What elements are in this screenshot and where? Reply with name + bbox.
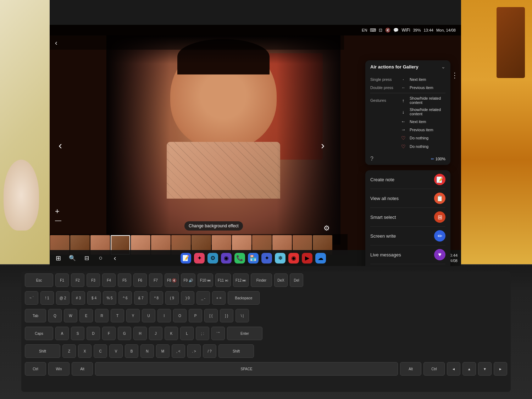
key-left[interactable]: ◄ xyxy=(447,362,460,376)
spen-live-messages-row[interactable]: Live messages ♥ xyxy=(365,245,450,264)
cloud-app-icon[interactable]: ☁ xyxy=(315,253,326,264)
key-i[interactable]: I xyxy=(157,309,171,322)
key-p[interactable]: P xyxy=(189,309,202,322)
key-5[interactable]: % 5 xyxy=(103,291,116,305)
key-7[interactable]: & 7 xyxy=(134,291,148,305)
spen-view-notes-row[interactable]: View all notes 📋 xyxy=(365,189,450,207)
spen-screen-write-row[interactable]: Screen write ✏ xyxy=(365,227,450,245)
key-b[interactable]: B xyxy=(125,344,138,358)
key-rctrl[interactable]: Ctrl xyxy=(423,362,445,376)
key-space[interactable]: SPACE xyxy=(95,362,398,376)
key-8[interactable]: * 8 xyxy=(150,291,163,305)
key-lalt[interactable]: Alt xyxy=(72,362,93,376)
key-minus[interactable]: _ - xyxy=(196,291,210,305)
key-down[interactable]: ▼ xyxy=(478,362,492,376)
help-icon-button[interactable]: ? xyxy=(370,156,373,162)
key-l[interactable]: L xyxy=(180,327,194,340)
key-0[interactable]: ) 0 xyxy=(181,291,194,305)
key-f8[interactable]: F8 🔇 xyxy=(165,273,179,287)
key-o[interactable]: O xyxy=(173,309,187,322)
key-win[interactable]: Win xyxy=(48,362,70,376)
screen-write-icon[interactable]: ✏ xyxy=(434,230,445,242)
key-ralt[interactable]: Alt xyxy=(400,362,421,376)
key-q[interactable]: Q xyxy=(48,309,62,322)
key-1[interactable]: ! 1 xyxy=(40,291,54,305)
photo-nav-left[interactable]: ‹ xyxy=(53,138,67,153)
key-dex[interactable]: DeX xyxy=(274,273,288,287)
home-button[interactable]: ○ xyxy=(96,253,106,263)
key-a[interactable]: A xyxy=(55,327,69,340)
key-9[interactable]: ( 9 xyxy=(165,291,179,305)
zoom-in-button[interactable]: + xyxy=(55,207,61,215)
settings-overlay-icon[interactable]: ⚙ xyxy=(323,224,330,232)
key-x[interactable]: X xyxy=(78,344,92,358)
back-button[interactable]: ‹ xyxy=(110,253,120,263)
key-f5[interactable]: F5 xyxy=(118,273,131,287)
key-4[interactable]: $ 4 xyxy=(87,291,101,305)
store-app-icon[interactable]: 🏪 xyxy=(248,253,259,264)
air-panel-collapse-button[interactable]: ⌄ xyxy=(441,64,445,70)
key-f1[interactable]: F1 xyxy=(55,273,69,287)
key-f6[interactable]: F6 xyxy=(133,273,147,287)
bixby-app-icon[interactable]: ✦ xyxy=(194,253,205,264)
key-backslash[interactable]: \ | xyxy=(235,309,249,322)
key-rbracket[interactable]: ] } xyxy=(220,309,233,322)
zoom-out-button[interactable]: — xyxy=(55,217,61,223)
key-equal[interactable]: + = xyxy=(212,291,226,305)
key-f7[interactable]: F7 xyxy=(149,273,162,287)
smart-select-icon[interactable]: ⊞ xyxy=(434,211,445,223)
search-button[interactable]: 🔍 xyxy=(67,253,77,263)
browser-app-icon[interactable]: ◉ xyxy=(221,253,232,264)
key-f2[interactable]: F2 xyxy=(71,273,84,287)
spen-ar-doodle-row[interactable]: AR Doodle ◉ xyxy=(365,264,450,266)
key-del[interactable]: Del xyxy=(290,273,303,287)
more-options-button[interactable]: ⋮ xyxy=(451,71,458,79)
key-right[interactable]: ► xyxy=(494,362,507,376)
key-f4[interactable]: F4 xyxy=(102,273,116,287)
key-quote[interactable]: ' " xyxy=(211,327,225,340)
key-f10[interactable]: F10 ⏮ xyxy=(198,273,213,287)
key-rshift[interactable]: Shift xyxy=(218,344,254,358)
photo-nav-right[interactable]: › xyxy=(316,138,330,153)
key-tilde[interactable]: ~ ` xyxy=(25,291,38,305)
key-enter[interactable]: Enter xyxy=(227,327,262,340)
key-m[interactable]: M xyxy=(156,344,170,358)
key-3[interactable]: # 3 xyxy=(72,291,85,305)
key-y[interactable]: Y xyxy=(126,309,140,322)
key-c[interactable]: C xyxy=(94,344,107,358)
key-esc[interactable]: Esc xyxy=(25,273,53,287)
key-2[interactable]: @ 2 xyxy=(56,291,70,305)
gallery-back-button[interactable]: ‹ xyxy=(55,39,57,47)
key-n[interactable]: N xyxy=(140,344,154,358)
key-g[interactable]: G xyxy=(118,327,131,340)
notes-app-icon[interactable]: 📝 xyxy=(181,253,191,264)
key-semicolon[interactable]: ; : xyxy=(196,327,209,340)
key-j[interactable]: J xyxy=(149,327,162,340)
key-w[interactable]: W xyxy=(64,309,77,322)
key-v[interactable]: V xyxy=(109,344,123,358)
settings-app-icon[interactable]: ⚙ xyxy=(207,253,218,264)
key-f9[interactable]: F9 🔊 xyxy=(181,273,195,287)
key-6[interactable]: ^ 6 xyxy=(118,291,132,305)
key-caps[interactable]: Caps xyxy=(25,327,53,340)
apps-button[interactable]: ⊞ xyxy=(53,253,63,263)
view-notes-icon[interactable]: 📋 xyxy=(434,193,445,204)
key-lbracket[interactable]: [ { xyxy=(204,309,218,322)
key-f3[interactable]: F3 xyxy=(87,273,100,287)
key-tab[interactable]: Tab xyxy=(25,309,46,322)
create-note-icon[interactable]: 📝 xyxy=(434,174,445,185)
key-lshift[interactable]: Shift xyxy=(25,344,60,358)
key-s[interactable]: S xyxy=(71,327,84,340)
key-t[interactable]: T xyxy=(111,309,124,322)
key-period[interactable]: . > xyxy=(187,344,201,358)
key-comma[interactable]: , < xyxy=(172,344,185,358)
key-lctrl[interactable]: Ctrl xyxy=(25,362,46,376)
snowflake-app-icon[interactable]: ❄ xyxy=(275,253,286,264)
key-u[interactable]: U xyxy=(142,309,155,322)
key-h[interactable]: H xyxy=(133,327,147,340)
key-z[interactable]: Z xyxy=(62,344,76,358)
key-backspace[interactable]: Backspace xyxy=(228,291,260,305)
key-r[interactable]: R xyxy=(95,309,109,322)
live-messages-icon[interactable]: ♥ xyxy=(434,249,445,260)
multiwindow-button[interactable]: ⊟ xyxy=(82,253,92,263)
